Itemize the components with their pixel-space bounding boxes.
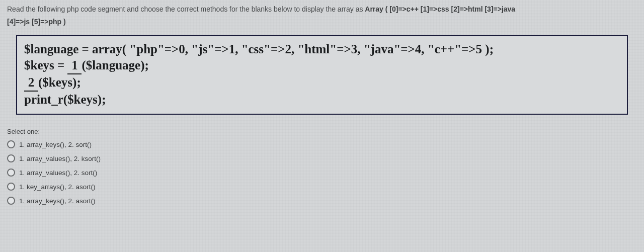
question-bold-1: Array ( [0]=>c++ [1]=>css [2]=>html [3]=… [365, 5, 515, 13]
radio-icon[interactable] [7, 140, 15, 148]
option-label: 1. key_arrays(), 2. asort() [19, 183, 96, 191]
option-row[interactable]: 1. array_values(), 2. sort() [7, 169, 637, 177]
code-line-1: $language = array( "php"=>0, "js"=>1, "c… [24, 41, 620, 57]
radio-icon[interactable] [7, 169, 15, 177]
blank-2: 2 [24, 74, 38, 92]
radio-icon[interactable] [7, 154, 15, 162]
code-line-2-pre: $keys = [24, 58, 67, 72]
question-bold-2: [4]=>js [5]=>php ) [7, 18, 66, 26]
radio-icon[interactable] [7, 197, 15, 205]
option-label: 1. array_keys(), 2. asort() [19, 197, 96, 205]
code-line-4: print_r($keys); [24, 92, 620, 108]
code-line-2-post: ($language); [82, 58, 148, 72]
radio-icon[interactable] [7, 183, 15, 191]
options-list: 1. array_keys(), 2. sort() 1. array_valu… [7, 140, 637, 205]
option-label: 1. array_values(), 2. sort() [19, 169, 97, 177]
code-line-2: $keys = 1($language); [24, 57, 620, 74]
question-line-1: Read the following php code segment and … [7, 4, 637, 15]
code-line-3: 2($keys); [24, 74, 620, 92]
blank-1: 1 [67, 57, 82, 74]
option-label: 1. array_values(), 2. ksort() [19, 155, 101, 162]
question-prefix: Read the following php code segment and … [7, 5, 365, 13]
option-row[interactable]: 1. array_values(), 2. ksort() [7, 154, 637, 162]
option-row[interactable]: 1. key_arrays(), 2. asort() [7, 183, 637, 191]
code-box: $language = array( "php"=>0, "js"=>1, "c… [16, 35, 628, 115]
option-row[interactable]: 1. array_keys(), 2. asort() [7, 197, 637, 205]
option-row[interactable]: 1. array_keys(), 2. sort() [7, 140, 637, 148]
question-line-2: [4]=>js [5]=>php ) [7, 17, 637, 27]
select-prompt: Select one: [7, 128, 637, 135]
code-line-3-post: ($keys); [38, 75, 81, 89]
option-label: 1. array_keys(), 2. sort() [19, 141, 92, 148]
